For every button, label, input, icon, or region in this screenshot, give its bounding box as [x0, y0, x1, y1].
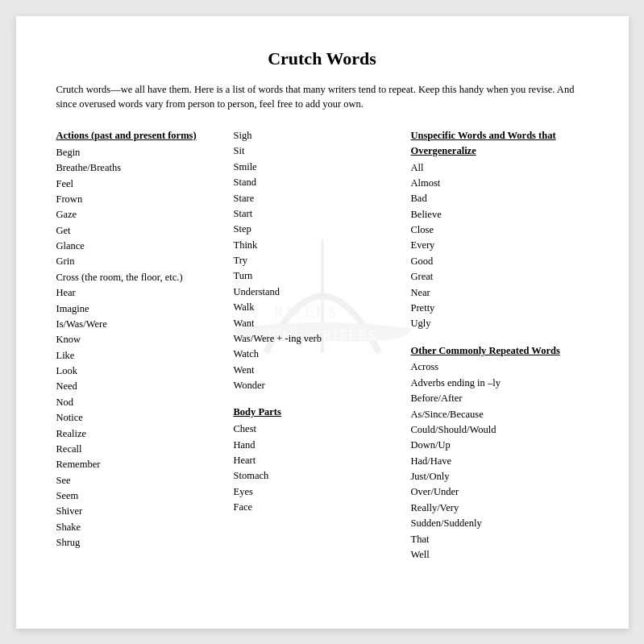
list-item: Understand: [234, 285, 403, 300]
list-item: Hear: [56, 285, 226, 301]
col3-header2: Other Commonly Repeated Words: [411, 343, 580, 359]
list-item: Shrug: [56, 535, 226, 551]
column-more-actions: SighSitSmileStandStareStartStepThinkTryT…: [234, 128, 411, 574]
list-item: Recall: [56, 442, 226, 457]
list-item: Cross (the room, the floor, etc.): [56, 270, 226, 285]
list-item: Start: [234, 206, 403, 222]
list-item: Is/Was/Were: [56, 317, 226, 332]
page-title: Crutch Words: [56, 48, 588, 69]
col3-repeated-items: AcrossAdverbs ending in –lyBefore/AfterA…: [411, 359, 580, 563]
list-item: Seem: [56, 488, 226, 504]
list-item: Every: [411, 238, 580, 253]
list-item: Well: [411, 547, 580, 563]
col3-header1: Unspecific Words and Words that Overgene…: [411, 128, 580, 159]
list-item: Watch: [234, 347, 403, 362]
col1-header: Actions (past and present forms): [56, 128, 226, 143]
list-item: Sit: [234, 143, 403, 159]
list-item: Almost: [411, 176, 580, 191]
col3-unspecific-items: AllAlmostBadBelieveCloseEveryGoodGreatNe…: [411, 160, 580, 332]
list-item: Chest: [234, 422, 403, 437]
list-item: Gaze: [56, 207, 226, 222]
list-item: Sudden/Suddenly: [411, 516, 580, 531]
list-item: Down/Up: [411, 438, 580, 453]
list-item: Need: [56, 379, 226, 394]
list-item: All: [411, 160, 580, 176]
list-item: Over/Under: [411, 484, 580, 500]
list-item: Glance: [56, 239, 226, 254]
list-item: Frown: [56, 192, 226, 207]
column-other: Unspecific Words and Words that Overgene…: [411, 128, 588, 574]
list-item: Ugly: [411, 316, 580, 331]
list-item: Smile: [234, 160, 403, 175]
list-item: Think: [234, 238, 403, 253]
list-item: Shiver: [56, 504, 226, 519]
list-item: Imagine: [56, 301, 226, 317]
list-item: Shake: [56, 520, 226, 535]
list-item: Was/Were + -ing verb: [234, 331, 403, 347]
list-item: Try: [234, 253, 403, 268]
list-item: Face: [234, 500, 403, 515]
list-item: Close: [411, 222, 580, 238]
list-item: Look: [56, 364, 226, 379]
col1-items: BeginBreathe/BreathsFeelFrownGazeGetGlan…: [56, 145, 226, 551]
list-item: Before/After: [411, 391, 580, 406]
list-item: Realize: [56, 426, 226, 442]
list-item: Like: [56, 348, 226, 364]
list-item: Wonder: [234, 378, 403, 393]
list-item: Nod: [56, 395, 226, 410]
list-item: Across: [411, 359, 580, 375]
list-item: Turn: [234, 268, 403, 284]
list-item: That: [411, 532, 580, 547]
list-item: Had/Have: [411, 454, 580, 469]
list-item: Really/Very: [411, 501, 580, 516]
list-item: Notice: [56, 410, 226, 426]
list-item: Stomach: [234, 468, 403, 484]
list-item: Stare: [234, 191, 403, 206]
list-item: Pretty: [411, 301, 580, 316]
list-item: Step: [234, 222, 403, 237]
list-item: Know: [56, 332, 226, 347]
list-item: Heart: [234, 453, 403, 468]
list-item: Breathe/Breaths: [56, 160, 226, 176]
list-item: Walk: [234, 300, 403, 315]
list-item: Get: [56, 223, 226, 239]
list-item: Begin: [56, 145, 226, 160]
list-item: Believe: [411, 207, 580, 222]
list-item: Remember: [56, 457, 226, 472]
col2-header2: Body Parts: [234, 405, 403, 420]
col2-body-items: ChestHandHeartStomachEyesFace: [234, 422, 403, 515]
list-item: Bad: [411, 191, 580, 206]
col2-action-items: SighSitSmileStandStareStartStepThinkTryT…: [234, 128, 403, 393]
list-item: Could/Should/Would: [411, 422, 580, 438]
list-item: Adverbs ending in –ly: [411, 376, 580, 391]
list-item: Just/Only: [411, 469, 580, 484]
list-item: Hand: [234, 438, 403, 453]
list-item: Great: [411, 269, 580, 285]
list-item: Stand: [234, 175, 403, 190]
list-item: As/Since/Because: [411, 407, 580, 422]
list-item: Sigh: [234, 128, 403, 143]
column-actions: Actions (past and present forms) BeginBr…: [56, 128, 234, 574]
intro-text: Crutch words—we all have them. Here is a…: [56, 82, 588, 113]
list-item: Good: [411, 254, 580, 269]
list-item: Feel: [56, 177, 226, 192]
list-item: See: [56, 473, 226, 488]
list-item: Eyes: [234, 484, 403, 500]
list-item: Went: [234, 363, 403, 378]
list-item: Want: [234, 316, 403, 331]
list-item: Near: [411, 285, 580, 301]
list-item: Grin: [56, 254, 226, 269]
